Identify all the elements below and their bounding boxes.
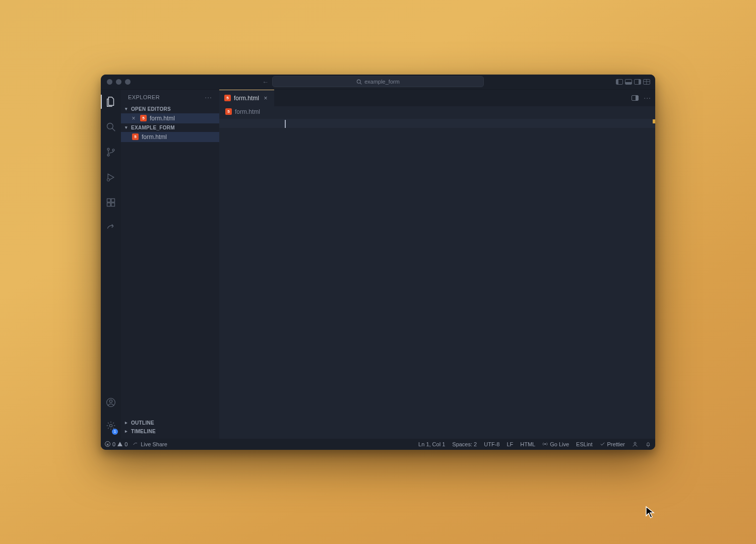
svg-point-6 [112, 149, 114, 151]
html5-icon: 5 [225, 108, 232, 115]
tab-form-html[interactable]: 5 form.html × [219, 90, 274, 106]
window-close-dot[interactable] [107, 79, 112, 85]
activity-accounts[interactable] [101, 394, 121, 411]
sidebar-more-icon[interactable]: ··· [205, 93, 212, 101]
section-folder[interactable]: ▾ EXAMPLE_FORM [121, 123, 219, 132]
encoding-label: UTF-8 [484, 441, 499, 447]
activity-live-share[interactable] [101, 220, 121, 236]
prettier-label: Prettier [607, 441, 625, 447]
outline-label: OUTLINE [131, 420, 154, 426]
svg-point-14 [109, 424, 112, 427]
status-bar: 0 0 Live Share Ln 1, Col 1 Spaces: 2 UTF… [101, 439, 655, 450]
section-outline[interactable]: ▸ OUTLINE [121, 419, 219, 427]
text-cursor [285, 120, 286, 128]
cursor-position-label: Ln 1, Col 1 [418, 441, 445, 447]
file-name: form.html [142, 133, 167, 141]
svg-rect-10 [111, 202, 115, 206]
activity-explorer[interactable] [101, 94, 121, 110]
toggle-panel-icon[interactable] [625, 79, 632, 85]
error-icon [105, 441, 110, 447]
activity-source-control[interactable] [101, 144, 121, 160]
broadcast-icon [542, 441, 548, 447]
open-editor-item[interactable]: × 5 form.html [121, 113, 219, 123]
html5-icon: 5 [132, 133, 139, 140]
activity-settings[interactable]: 1 [101, 418, 121, 434]
sidebar-header: EXPLORER ··· [121, 90, 219, 105]
chevron-down-icon: ▾ [124, 106, 129, 111]
status-indentation[interactable]: Spaces: 2 [452, 441, 477, 447]
chevron-down-icon: ▾ [124, 125, 129, 130]
window-minimize-dot[interactable] [116, 79, 121, 85]
branch-icon [106, 147, 116, 157]
tab-label: form.html [234, 95, 259, 102]
extensions-icon [106, 197, 116, 208]
svg-point-13 [109, 399, 112, 402]
status-prettier[interactable]: Prettier [600, 441, 625, 447]
status-cursor-position[interactable]: Ln 1, Col 1 [418, 441, 445, 447]
svg-line-1 [360, 83, 362, 84]
close-tab-icon[interactable]: × [262, 95, 269, 102]
window-traffic-lights[interactable] [107, 79, 131, 85]
file-item[interactable]: 5 form.html [121, 132, 219, 142]
sidebar-bottom: ▸ OUTLINE ▸ TIMELINE [121, 419, 219, 439]
mouse-cursor-icon [645, 506, 655, 519]
liveshare-label: Live Share [141, 441, 167, 447]
status-language[interactable]: HTML [520, 441, 535, 447]
layout-controls [616, 79, 650, 85]
window-zoom-dot[interactable] [125, 79, 131, 85]
status-eol[interactable]: LF [507, 441, 513, 447]
section-open-editors[interactable]: ▾ OPEN EDITORS [121, 105, 219, 113]
command-center[interactable]: example_form [272, 76, 484, 87]
sidebar-explorer: EXPLORER ··· ▾ OPEN EDITORS × 5 form.htm… [121, 90, 219, 439]
status-right: Ln 1, Col 1 Spaces: 2 UTF-8 LF HTML Go L… [418, 441, 651, 447]
breadcrumb[interactable]: 5 form.html [219, 106, 655, 117]
editor-actions: ··· [632, 90, 655, 106]
editor-group: 5 form.html × ··· 5 form.html [219, 90, 655, 439]
chevron-right-icon: ▸ [124, 420, 129, 425]
share-arrow-icon [106, 223, 116, 233]
code-editor[interactable]: 1 [219, 117, 655, 439]
status-notifications[interactable] [645, 441, 651, 447]
workbench-body: 1 EXPLORER ··· ▾ OPEN EDITORS × [101, 90, 655, 439]
svg-point-7 [107, 178, 110, 181]
html5-icon: 5 [140, 115, 147, 121]
open-editors-label: OPEN EDITORS [131, 106, 171, 112]
status-golive[interactable]: Go Live [542, 441, 569, 447]
status-eslint[interactable]: ESLint [576, 441, 592, 447]
activity-search[interactable] [101, 119, 121, 135]
status-liveshare[interactable]: Live Share [133, 441, 167, 447]
svg-point-0 [357, 80, 361, 83]
overview-ruler-marker [653, 119, 655, 123]
activity-extensions[interactable] [101, 194, 121, 211]
close-editor-icon[interactable]: × [130, 115, 137, 122]
customize-layout-icon[interactable] [643, 79, 650, 85]
bell-icon [645, 441, 651, 447]
svg-rect-9 [107, 202, 111, 206]
open-editor-filename: form.html [150, 115, 175, 122]
warning-count: 0 [124, 441, 128, 447]
timeline-label: TIMELINE [131, 429, 156, 434]
sidebar-title: EXPLORER [128, 94, 160, 100]
status-problems[interactable]: 0 0 [105, 441, 128, 447]
svg-line-3 [112, 128, 115, 131]
search-icon [356, 79, 362, 85]
nav-back-icon[interactable]: ← [262, 78, 269, 86]
error-count: 0 [112, 441, 115, 447]
toggle-secondary-sidebar-icon[interactable] [634, 79, 641, 85]
split-editor-icon[interactable] [632, 95, 639, 101]
play-bug-icon [106, 172, 116, 182]
toggle-primary-sidebar-icon[interactable] [616, 79, 623, 85]
language-label: HTML [520, 441, 535, 447]
svg-rect-8 [107, 198, 111, 202]
svg-point-4 [107, 148, 109, 150]
activity-run-debug[interactable] [101, 169, 121, 185]
status-feedback[interactable] [632, 441, 638, 447]
broadcast-icon [133, 441, 139, 447]
editor-more-icon[interactable]: ··· [644, 94, 651, 102]
section-timeline[interactable]: ▸ TIMELINE [121, 427, 219, 436]
html5-icon: 5 [224, 95, 231, 101]
account-icon [106, 397, 116, 407]
titlebar-right [616, 79, 650, 85]
status-encoding[interactable]: UTF-8 [484, 441, 499, 447]
code-area[interactable] [252, 117, 655, 439]
